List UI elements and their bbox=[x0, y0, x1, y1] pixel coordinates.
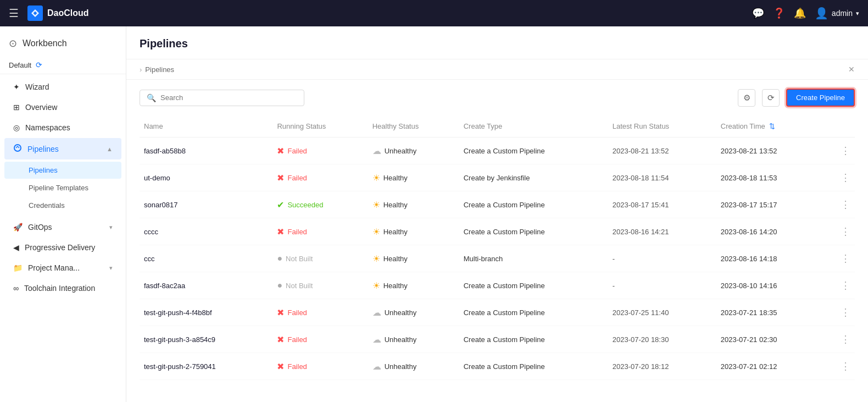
topnav: ☰ DaoCloud 💬 ❓ 🔔 👤 admin ▾ bbox=[0, 0, 868, 26]
row-more-button[interactable]: ⋮ bbox=[824, 353, 855, 380]
sort-icon[interactable]: ⇅ bbox=[769, 122, 775, 130]
cell-creation-time: 2023-08-10 14:16 bbox=[716, 272, 824, 299]
cell-healthy-status: ☀ Healthy bbox=[368, 191, 459, 218]
sidebar-item-gitops[interactable]: 🚀 GitOps ▾ bbox=[4, 217, 121, 237]
cell-creation-time: 2023-08-16 14:20 bbox=[716, 218, 824, 245]
cell-running-status: ✖ Failed bbox=[272, 326, 368, 353]
cell-latest-run: 2023-07-25 11:40 bbox=[608, 299, 716, 326]
sidebar-item-overview[interactable]: ⊞ Overview bbox=[4, 97, 121, 117]
table-wrap: Name Running Status Healthy Status Creat… bbox=[126, 115, 868, 393]
col-running-status: Running Status bbox=[272, 115, 368, 137]
logo[interactable]: DaoCloud bbox=[27, 5, 89, 21]
namespaces-icon: ◎ bbox=[13, 123, 20, 132]
sidebar-item-project-mana[interactable]: 📁 Project Mana... ▾ bbox=[4, 258, 121, 278]
sidebar-item-pipeline-templates[interactable]: Pipeline Templates bbox=[4, 179, 121, 196]
cell-running-status: ✖ Failed bbox=[272, 299, 368, 326]
cell-healthy-status: ☀ Healthy bbox=[368, 272, 459, 299]
help-icon[interactable]: ❓ bbox=[773, 7, 785, 19]
cell-latest-run: 2023-08-17 15:41 bbox=[608, 191, 716, 218]
gitops-icon: 🚀 bbox=[13, 223, 23, 232]
notification-icon[interactable]: 🔔 bbox=[794, 7, 806, 19]
logo-text: DaoCloud bbox=[47, 8, 89, 18]
gitops-arrow-icon: ▾ bbox=[109, 224, 113, 231]
refresh-button[interactable]: ⟳ bbox=[762, 89, 780, 107]
breadcrumb-close-icon[interactable]: ✕ bbox=[848, 65, 855, 74]
cell-running-status: ✖ Failed bbox=[272, 218, 368, 245]
healthy-status-text: Healthy bbox=[383, 174, 408, 182]
row-more-button[interactable]: ⋮ bbox=[824, 272, 855, 299]
sidebar-workbench[interactable]: ⊙ Workbench bbox=[0, 26, 126, 56]
cell-creation-time: 2023-07-21 02:12 bbox=[716, 353, 824, 380]
col-healthy-status: Healthy Status bbox=[368, 115, 459, 137]
cell-create-type: Create a Custom Pipeline bbox=[459, 299, 608, 326]
svg-point-1 bbox=[14, 145, 21, 151]
cell-create-type: Create a Custom Pipeline bbox=[459, 137, 608, 164]
workspace-refresh-icon[interactable]: ⟳ bbox=[36, 60, 42, 69]
cell-name: fasdf-8ac2aa bbox=[140, 272, 272, 299]
toolchain-label: Toolchain Integration bbox=[24, 284, 113, 293]
healthy-status-text: Healthy bbox=[383, 228, 408, 236]
running-status-text: Not Built bbox=[286, 282, 313, 290]
toolbar: 🔍 ⚙ ⟳ Create Pipeline bbox=[126, 80, 868, 115]
sidebar-item-credentials[interactable]: Credentials bbox=[4, 197, 121, 214]
search-input[interactable] bbox=[160, 93, 297, 102]
table-row: test-git-push-4-f4b8bf ✖ Failed ☁ Unheal… bbox=[140, 299, 855, 326]
hamburger-icon[interactable]: ☰ bbox=[9, 7, 19, 20]
table-row: cccc ✖ Failed ☀ Healthy Create a Custom … bbox=[140, 218, 855, 245]
healthy-status-text: Unhealthy bbox=[385, 362, 417, 371]
cell-name: sonar0817 bbox=[140, 191, 272, 218]
cell-creation-time: 2023-08-21 13:52 bbox=[716, 137, 824, 164]
cell-create-type: Create a Custom Pipeline bbox=[459, 191, 608, 218]
progressive-icon: ◀ bbox=[13, 243, 19, 252]
breadcrumb-arrow-icon: › bbox=[140, 65, 142, 74]
cell-running-status: ✔ Succeeded bbox=[272, 191, 368, 218]
user-name: admin bbox=[832, 9, 853, 18]
sidebar-item-pipelines[interactable]: Pipelines ▲ bbox=[4, 138, 121, 159]
cell-name: test-git-push-3-a854c9 bbox=[140, 326, 272, 353]
search-box[interactable]: 🔍 bbox=[140, 90, 304, 106]
row-more-button[interactable]: ⋮ bbox=[824, 137, 855, 164]
sidebar-item-wizard[interactable]: ✦ Wizard bbox=[4, 77, 121, 97]
wizard-label: Wizard bbox=[25, 82, 113, 91]
running-status-text: Failed bbox=[287, 362, 307, 371]
cell-healthy-status: ☁ Unhealthy bbox=[368, 299, 459, 326]
running-status-text: Succeeded bbox=[287, 201, 323, 209]
chat-icon[interactable]: 💬 bbox=[752, 7, 764, 19]
overview-icon: ⊞ bbox=[13, 103, 20, 112]
cell-latest-run: 2023-08-18 11:54 bbox=[608, 164, 716, 191]
row-more-button[interactable]: ⋮ bbox=[824, 326, 855, 353]
user-menu[interactable]: 👤 admin ▾ bbox=[815, 7, 859, 20]
settings-button[interactable]: ⚙ bbox=[738, 89, 755, 107]
cell-create-type: Create by Jenkinsfile bbox=[459, 164, 608, 191]
sidebar: ⊙ Workbench Default ⟳ ✦ Wizard ⊞ Overvie… bbox=[0, 26, 126, 402]
sidebar-item-progressive-delivery[interactable]: ◀ Progressive Delivery bbox=[4, 238, 121, 257]
sidebar-item-toolchain[interactable]: ∞ Toolchain Integration bbox=[4, 278, 121, 298]
running-status-text: Failed bbox=[287, 174, 307, 182]
row-more-button[interactable]: ⋮ bbox=[824, 191, 855, 218]
row-more-button[interactable]: ⋮ bbox=[824, 164, 855, 191]
credentials-label: Credentials bbox=[29, 201, 65, 210]
cell-healthy-status: ☁ Unhealthy bbox=[368, 353, 459, 380]
cell-name: cccc bbox=[140, 218, 272, 245]
cell-name: ccc bbox=[140, 245, 272, 272]
cell-create-type: Create a Custom Pipeline bbox=[459, 218, 608, 245]
user-avatar-icon: 👤 bbox=[815, 7, 828, 20]
gitops-label: GitOps bbox=[28, 223, 104, 232]
col-creation-time: Creation Time ⇅ bbox=[716, 115, 824, 137]
cell-create-type: Create a Custom Pipeline bbox=[459, 326, 608, 353]
sidebar-item-namespaces[interactable]: ◎ Namespaces bbox=[4, 118, 121, 137]
row-more-button[interactable]: ⋮ bbox=[824, 218, 855, 245]
table-row: test-git-push-2-759041 ✖ Failed ☁ Unheal… bbox=[140, 353, 855, 380]
row-more-button[interactable]: ⋮ bbox=[824, 245, 855, 272]
cell-running-status: ● Not Built bbox=[272, 245, 368, 272]
cell-latest-run: 2023-07-20 18:30 bbox=[608, 326, 716, 353]
breadcrumb: › Pipelines ✕ bbox=[126, 59, 868, 80]
create-pipeline-button[interactable]: Create Pipeline bbox=[786, 89, 855, 107]
table-row: fasdf-ab58b8 ✖ Failed ☁ Unhealthy Create… bbox=[140, 137, 855, 164]
sidebar-item-pipelines-sub[interactable]: Pipelines bbox=[4, 162, 121, 179]
col-actions bbox=[824, 115, 855, 137]
healthy-status-text: Unhealthy bbox=[385, 309, 417, 317]
breadcrumb-text: Pipelines bbox=[145, 65, 174, 74]
main-content: Pipelines › Pipelines ✕ 🔍 ⚙ ⟳ Create Pip… bbox=[126, 26, 868, 402]
row-more-button[interactable]: ⋮ bbox=[824, 299, 855, 326]
